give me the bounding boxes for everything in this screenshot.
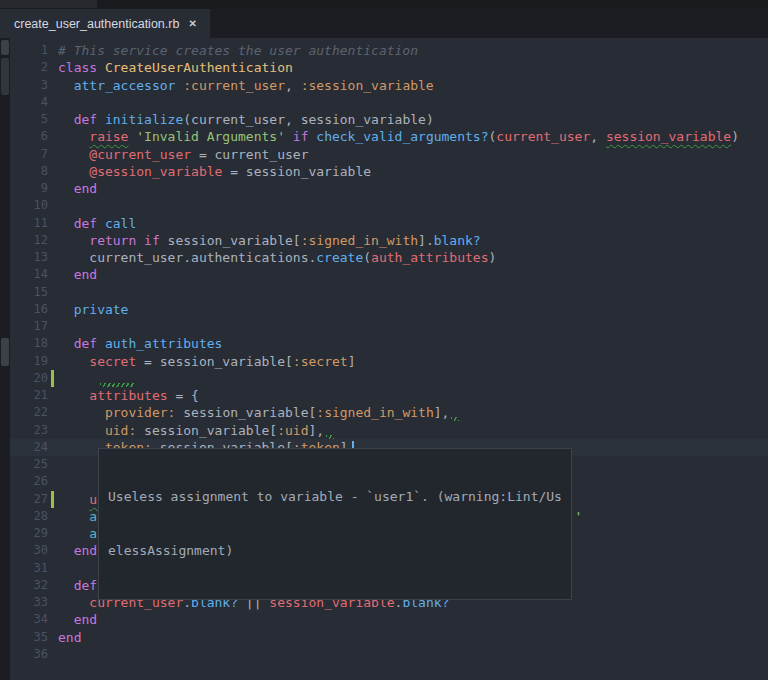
code-text xyxy=(48,94,58,111)
code-line[interactable]: 35end xyxy=(10,629,768,646)
code-text: return if session_variable[:signed_in_wi… xyxy=(48,232,481,249)
code-line[interactable]: 16 private xyxy=(10,301,768,318)
code-text: provider: session_variable[:signed_in_wi… xyxy=(48,404,459,421)
code-text: end xyxy=(48,611,97,628)
code-editor[interactable]: 1# This service creates the user authent… xyxy=(10,38,768,680)
code-text xyxy=(48,197,58,214)
code-text xyxy=(48,646,58,663)
code-text xyxy=(48,456,58,473)
code-line[interactable]: 34 end xyxy=(10,611,768,628)
line-number: 9 xyxy=(10,180,48,197)
code-text xyxy=(48,473,58,490)
line-number: 12 xyxy=(10,232,48,249)
tab-title: create_user_authentication.rb xyxy=(14,17,179,31)
overview-marker xyxy=(1,58,9,95)
code-line[interactable]: 4 xyxy=(10,94,768,111)
line-number: 1 xyxy=(10,42,48,59)
code-line[interactable]: 36 xyxy=(10,646,768,663)
code-line[interactable]: 8 @session_variable = session_variable xyxy=(10,163,768,180)
line-number: 33 xyxy=(10,594,48,611)
line-number: 4 xyxy=(10,94,48,111)
code-line[interactable]: 10 xyxy=(10,197,768,214)
overview-marker xyxy=(1,338,9,366)
line-number: 35 xyxy=(10,629,48,646)
overview-ruler xyxy=(0,38,10,680)
code-text xyxy=(48,560,58,577)
code-line[interactable]: 2class CreateUserAuthentication xyxy=(10,59,768,76)
code-text: @current_user = current_user xyxy=(48,146,308,163)
overview-marker xyxy=(1,40,9,55)
code-line[interactable]: 15 xyxy=(10,284,768,301)
code-text: attributes = { xyxy=(48,387,199,404)
code-line[interactable]: 3 attr_accessor :current_user, :session_… xyxy=(10,77,768,94)
lint-tooltip-line: Useless assignment to variable - `user1`… xyxy=(108,488,562,506)
line-number: 10 xyxy=(10,197,48,214)
tab-create-user-authentication[interactable]: create_user_authentication.rb ✕ xyxy=(0,9,210,38)
code-text: def auth_attributes xyxy=(48,335,222,352)
line-number: 13 xyxy=(10,249,48,266)
line-number: 31 xyxy=(10,560,48,577)
code-text: secret = session_variable[:secret] xyxy=(48,353,355,370)
code-line[interactable]: 22 provider: session_variable[:signed_in… xyxy=(10,404,768,421)
line-number: 24 xyxy=(10,439,48,456)
code-line[interactable]: 7 @current_user = current_user xyxy=(10,146,768,163)
code-text: @session_variable = session_variable xyxy=(48,163,371,180)
code-text: def initialize(current_user, session_var… xyxy=(48,111,434,128)
line-number: 8 xyxy=(10,163,48,180)
line-number: 19 xyxy=(10,353,48,370)
code-text: # This service creates the user authenti… xyxy=(48,42,418,59)
line-number: 7 xyxy=(10,146,48,163)
code-line[interactable]: 13 current_user.authentications.create(a… xyxy=(10,249,768,266)
code-text: current_user.authentications.create(auth… xyxy=(48,249,496,266)
line-number: 6 xyxy=(10,128,48,145)
line-number: 34 xyxy=(10,611,48,628)
line-number: 26 xyxy=(10,473,48,490)
code-line[interactable]: 9 end xyxy=(10,180,768,197)
line-number: 3 xyxy=(10,77,48,94)
code-text: end xyxy=(48,629,81,646)
line-number: 20 xyxy=(10,370,48,387)
code-line[interactable]: 18 def auth_attributes xyxy=(10,335,768,352)
line-number: 11 xyxy=(10,215,48,232)
line-number: 23 xyxy=(10,422,48,439)
code-line[interactable]: 21 attributes = { xyxy=(10,387,768,404)
code-line[interactable]: 14 end xyxy=(10,266,768,283)
code-line[interactable]: 12 return if session_variable[:signed_in… xyxy=(10,232,768,249)
code-line[interactable]: 1# This service creates the user authent… xyxy=(10,42,768,59)
tab-bar: create_user_authentication.rb ✕ xyxy=(0,9,768,38)
code-text: def call xyxy=(48,215,136,232)
window-top-strip xyxy=(0,0,768,9)
line-number: 18 xyxy=(10,335,48,352)
line-number: 29 xyxy=(10,525,48,542)
line-number: 32 xyxy=(10,577,48,594)
line-number: 5 xyxy=(10,111,48,128)
code-text: attr_accessor :current_user, :session_va… xyxy=(48,77,434,94)
code-line[interactable]: 17 xyxy=(10,318,768,335)
lint-tooltip-line: elessAssignment) xyxy=(108,542,562,560)
line-number: 36 xyxy=(10,646,48,663)
line-number: 25 xyxy=(10,456,48,473)
code-text: uid: session_variable[:uid], xyxy=(48,422,334,439)
code-text: raise 'Invalid Arguments' if check_valid… xyxy=(48,128,739,145)
line-number: 17 xyxy=(10,318,48,335)
code-line[interactable]: 5 def initialize(current_user, session_v… xyxy=(10,111,768,128)
line-number: 15 xyxy=(10,284,48,301)
line-number: 30 xyxy=(10,542,48,559)
git-modified-marker xyxy=(51,370,54,387)
close-icon[interactable]: ✕ xyxy=(188,18,196,29)
code-line[interactable]: 23 uid: session_variable[:uid], xyxy=(10,422,768,439)
code-text: class CreateUserAuthentication xyxy=(48,59,293,76)
code-text xyxy=(48,284,58,301)
line-number: 14 xyxy=(10,266,48,283)
code-line[interactable]: 20 xyxy=(10,370,768,387)
code-line[interactable]: 11 def call xyxy=(10,215,768,232)
code-text: private xyxy=(48,301,128,318)
code-line[interactable]: 6 raise 'Invalid Arguments' if check_val… xyxy=(10,128,768,145)
code-line[interactable]: 19 secret = session_variable[:secret] xyxy=(10,353,768,370)
code-text: end xyxy=(48,542,97,559)
code-text xyxy=(48,318,58,335)
line-number: 2 xyxy=(10,59,48,76)
line-number: 28 xyxy=(10,508,48,525)
code-text: end xyxy=(48,180,97,197)
line-number: 16 xyxy=(10,301,48,318)
